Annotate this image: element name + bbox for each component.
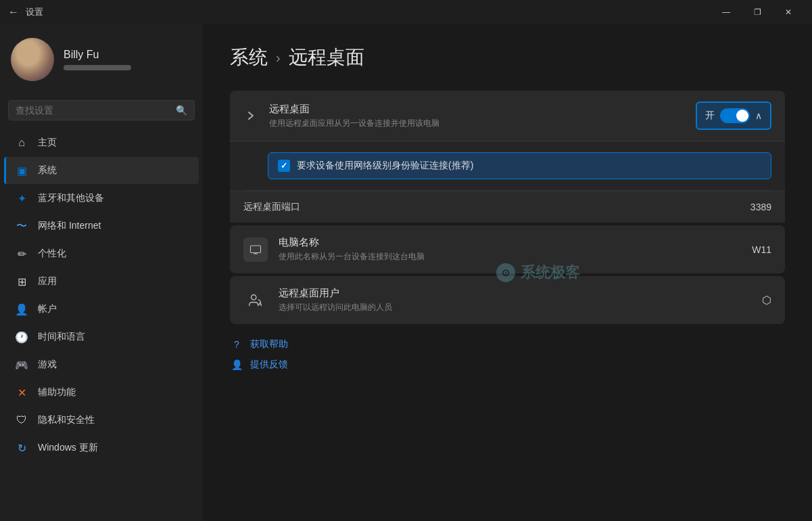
sidebar-item-personalization[interactable]: ✏ 个性化 — [4, 240, 199, 267]
feedback-icon: 👤 — [230, 358, 243, 371]
search-icon: 🔍 — [176, 105, 187, 116]
external-link-icon[interactable]: ⬡ — [762, 294, 771, 307]
remote-desktop-expand-icon[interactable] — [243, 108, 258, 123]
sidebar-item-apps[interactable]: ⊞ 应用 — [4, 268, 199, 295]
remote-desktop-panel: 远程桌面 使用远程桌面应用从另一设备连接并使用该电脑 开 ∧ — [230, 91, 785, 223]
help-section: ? 获取帮助 👤 提供反馈 — [230, 338, 785, 371]
remote-desktop-toggle-container: 开 ∧ — [696, 101, 771, 130]
toggle-chevron-up[interactable]: ∧ — [755, 110, 762, 121]
nav-items: ⌂ 主页 ▣ 系统 ✦ 蓝牙和其他设备 〜 网络和 Internet ✏ 个性化… — [0, 129, 203, 521]
user-bar — [64, 65, 131, 70]
get-help-icon: ? — [230, 338, 243, 351]
apps-icon: ⊞ — [15, 275, 28, 288]
get-help-link[interactable]: ? 获取帮助 — [230, 338, 785, 351]
remote-desktop-desc: 使用远程桌面应用从另一设备连接并使用该电脑 — [269, 118, 685, 129]
remote-desktop-subpanel: 要求设备使用网络级别身份验证连接(推荐) — [230, 141, 785, 190]
sidebar-item-system[interactable]: ▣ 系统 — [4, 157, 199, 184]
sidebar-item-accounts[interactable]: 👤 帐户 — [4, 296, 199, 323]
computer-name-icon — [243, 237, 268, 262]
remote-desktop-header: 远程桌面 使用远程桌面应用从另一设备连接并使用该电脑 开 ∧ — [230, 91, 785, 141]
remote-desktop-toggle[interactable] — [720, 108, 750, 123]
sidebar-item-label: Windows 更新 — [38, 442, 98, 454]
avatar-image — [11, 38, 54, 81]
time-icon: 🕐 — [15, 330, 28, 344]
remote-users-panel: 远程桌面用户 选择可以远程访问此电脑的人员 ⬡ — [230, 276, 785, 324]
close-button[interactable]: ✕ — [773, 1, 804, 23]
content-area-wrapper: 系统 › 远程桌面 远程桌面 使用远程桌面应用从另一设备连接并使用该电脑 — [203, 24, 812, 521]
sidebar-item-label: 隐私和安全性 — [38, 414, 95, 426]
bluetooth-icon: ✦ — [15, 191, 28, 205]
titlebar-title: 设置 — [26, 6, 43, 18]
feedback-link[interactable]: 👤 提供反馈 — [230, 358, 785, 371]
computer-name-val: W11 — [752, 244, 771, 255]
sidebar-item-label: 蓝牙和其他设备 — [38, 192, 104, 204]
sidebar-item-label: 主页 — [38, 137, 57, 149]
breadcrumb-separator: › — [276, 50, 281, 66]
sidebar-item-label: 帐户 — [38, 303, 57, 315]
user-info: Billy Fu — [64, 49, 131, 70]
accounts-icon: 👤 — [15, 302, 28, 316]
remote-users-title: 远程桌面用户 — [279, 287, 751, 300]
computer-name-header: 电脑名称 使用此名称从另一台设备连接到这台电脑 W11 — [230, 225, 785, 273]
computer-name-text: 电脑名称 使用此名称从另一台设备连接到这台电脑 — [279, 236, 741, 263]
remote-desktop-text: 远程桌面 使用远程桌面应用从另一设备连接并使用该电脑 — [269, 103, 685, 129]
personalization-icon: ✏ — [15, 247, 28, 260]
user-name: Billy Fu — [64, 49, 131, 61]
remote-users-desc: 选择可以远程访问此电脑的人员 — [279, 302, 751, 313]
svg-point-3 — [252, 294, 256, 299]
search-box[interactable]: 🔍 — [8, 100, 195, 120]
user-profile: Billy Fu — [0, 24, 203, 95]
computer-name-panel: 电脑名称 使用此名称从另一台设备连接到这台电脑 W11 — [230, 225, 785, 273]
sidebar-item-time[interactable]: 🕐 时间和语言 — [4, 323, 199, 350]
minimize-button[interactable]: — — [711, 1, 742, 23]
sidebar-item-home[interactable]: ⌂ 主页 — [4, 129, 199, 156]
sidebar-item-gaming[interactable]: 🎮 游戏 — [4, 351, 199, 378]
port-label: 远程桌面端口 — [243, 201, 750, 213]
computer-name-title: 电脑名称 — [279, 236, 741, 249]
sidebar-item-accessibility[interactable]: ✕ 辅助功能 — [4, 379, 199, 406]
system-icon: ▣ — [15, 164, 28, 177]
feedback-label: 提供反馈 — [250, 359, 288, 371]
home-icon: ⌂ — [15, 136, 28, 150]
remote-desktop-control: 开 ∧ — [696, 101, 771, 130]
sidebar-item-label: 网络和 Internet — [38, 220, 101, 232]
remote-users-icon — [243, 288, 268, 313]
titlebar-controls: — ❐ ✕ — [711, 1, 804, 23]
toggle-on-label: 开 — [705, 110, 715, 122]
sidebar-item-label: 时间和语言 — [38, 331, 85, 343]
privacy-icon: 🛡 — [15, 413, 28, 427]
titlebar-left: ← 设置 — [8, 6, 43, 18]
back-button[interactable]: ← — [8, 6, 19, 18]
search-input[interactable] — [16, 105, 170, 116]
port-value: 3389 — [750, 202, 771, 212]
remote-users-header: 远程桌面用户 选择可以远程访问此电脑的人员 ⬡ — [230, 276, 785, 324]
avatar — [11, 38, 54, 81]
breadcrumb-current: 远程桌面 — [289, 45, 364, 70]
breadcrumb-parent: 系统 — [230, 45, 268, 70]
content: 系统 › 远程桌面 远程桌面 使用远程桌面应用从另一设备连接并使用该电脑 — [203, 24, 812, 392]
sidebar-item-label: 游戏 — [38, 359, 57, 371]
gaming-icon: 🎮 — [15, 358, 28, 371]
remote-desktop-title: 远程桌面 — [269, 103, 685, 116]
sidebar-item-network[interactable]: 〜 网络和 Internet — [4, 212, 199, 240]
sidebar-item-privacy[interactable]: 🛡 隐私和安全性 — [4, 407, 199, 434]
remote-users-text: 远程桌面用户 选择可以远程访问此电脑的人员 — [279, 287, 751, 313]
accessibility-icon: ✕ — [15, 386, 28, 399]
titlebar: ← 设置 — ❐ ✕ — [0, 0, 812, 24]
sidebar-item-label: 系统 — [38, 164, 57, 177]
breadcrumb: 系统 › 远程桌面 — [230, 45, 785, 70]
sidebar-item-bluetooth[interactable]: ✦ 蓝牙和其他设备 — [4, 185, 199, 212]
port-row: 远程桌面端口 3389 — [230, 191, 785, 223]
sidebar-item-label: 应用 — [38, 275, 57, 288]
network-auth-checkbox-row[interactable]: 要求设备使用网络级别身份验证连接(推荐) — [268, 152, 771, 179]
sidebar-item-windows-update[interactable]: ↻ Windows 更新 — [4, 434, 199, 461]
restore-button[interactable]: ❐ — [742, 1, 773, 23]
sidebar-item-label: 辅助功能 — [38, 386, 76, 399]
svg-rect-0 — [251, 246, 261, 253]
network-auth-label: 要求设备使用网络级别身份验证连接(推荐) — [297, 160, 473, 172]
checkbox-checked-icon — [278, 160, 290, 172]
sidebar-item-label: 个性化 — [38, 248, 66, 260]
main-layout: Billy Fu 🔍 ⌂ 主页 ▣ 系统 ✦ 蓝牙和其他设备 〜 — [0, 24, 812, 521]
computer-name-desc: 使用此名称从另一台设备连接到这台电脑 — [279, 251, 741, 263]
sidebar: Billy Fu 🔍 ⌂ 主页 ▣ 系统 ✦ 蓝牙和其他设备 〜 — [0, 24, 203, 521]
